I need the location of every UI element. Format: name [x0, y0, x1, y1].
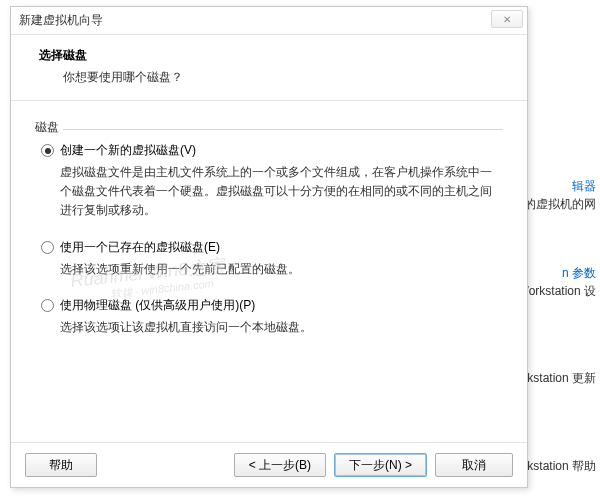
radio-create-new[interactable]	[41, 144, 54, 157]
option-label: 使用一个已存在的虚拟磁盘(E)	[60, 239, 220, 256]
option-desc: 选择该选项重新使用一个先前已配置的磁盘。	[60, 260, 503, 279]
radio-physical[interactable]	[41, 299, 54, 312]
wizard-content: 磁盘 创建一个新的虚拟磁盘(V) 虚拟磁盘文件是由主机文件系统上的一个或多个文件…	[11, 101, 527, 442]
wizard-header: 选择磁盘 你想要使用哪个磁盘？	[11, 35, 527, 101]
back-button[interactable]: < 上一步(B)	[234, 453, 326, 477]
disk-group-label: 磁盘	[35, 119, 503, 136]
bg-link-params[interactable]: n 参数	[562, 266, 596, 280]
option-desc: 虚拟磁盘文件是由主机文件系统上的一个或多个文件组成，在客户机操作系统中一个磁盘文…	[60, 163, 503, 221]
button-bar: 帮助 < 上一步(B) 下一步(N) > 取消	[11, 442, 527, 487]
wizard-subheading: 你想要使用哪个磁盘？	[39, 69, 507, 86]
option-label: 使用物理磁盘 (仅供高级用户使用)(P)	[60, 297, 255, 314]
group-divider	[63, 129, 503, 130]
dialog-title: 新建虚拟机向导	[19, 12, 103, 29]
wizard-dialog: 新建虚拟机向导 ✕ 选择磁盘 你想要使用哪个磁盘？ 磁盘 创建一个新的虚拟磁盘(…	[10, 6, 528, 488]
bg-link-editor[interactable]: 辑器	[572, 179, 596, 193]
close-icon: ✕	[503, 14, 511, 25]
titlebar: 新建虚拟机向导 ✕	[11, 7, 527, 35]
next-button[interactable]: 下一步(N) >	[334, 453, 427, 477]
option-physical-disk[interactable]: 使用物理磁盘 (仅供高级用户使用)(P) 选择该选项让该虚拟机直接访问一个本地磁…	[35, 297, 503, 337]
radio-existing[interactable]	[41, 241, 54, 254]
help-button[interactable]: 帮助	[25, 453, 97, 477]
wizard-heading: 选择磁盘	[39, 47, 507, 64]
option-create-new-disk[interactable]: 创建一个新的虚拟磁盘(V) 虚拟磁盘文件是由主机文件系统上的一个或多个文件组成，…	[35, 142, 503, 221]
close-button[interactable]: ✕	[491, 10, 523, 28]
cancel-button[interactable]: 取消	[435, 453, 513, 477]
option-label: 创建一个新的虚拟磁盘(V)	[60, 142, 196, 159]
option-existing-disk[interactable]: 使用一个已存在的虚拟磁盘(E) 选择该选项重新使用一个先前已配置的磁盘。	[35, 239, 503, 279]
option-desc: 选择该选项让该虚拟机直接访问一个本地磁盘。	[60, 318, 503, 337]
